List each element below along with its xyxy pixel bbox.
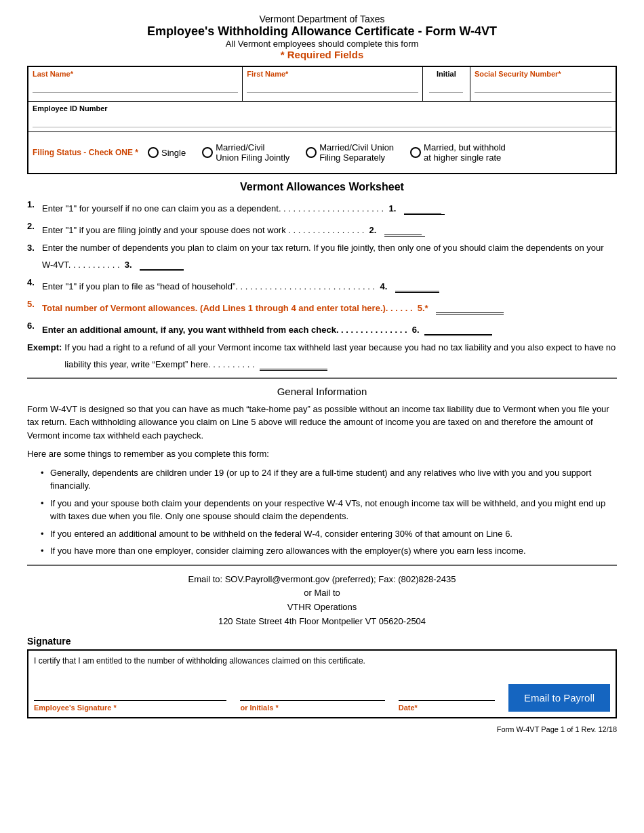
first-name-label: First Name* — [247, 70, 418, 78]
item1-num: 1. — [27, 199, 42, 211]
first-name-cell: First Name* — [243, 67, 423, 101]
item2-label: 2. — [369, 225, 377, 235]
name-row: Last Name* First Name* Initial Social Se… — [28, 67, 616, 102]
top-fields-table: Last Name* First Name* Initial Social Se… — [27, 66, 617, 174]
filing-higher-option[interactable]: Married, but withholdat higher single ra… — [410, 142, 506, 163]
exempt-row: Exempt: If you had a right to a refund o… — [27, 342, 617, 370]
worksheet-title: Vermont Allowances Worksheet — [27, 181, 617, 193]
item2-text: Enter "1" if you are filing jointly and … — [42, 220, 617, 237]
worksheet-item-3: 3. Enter the number of dependents you pl… — [27, 242, 617, 270]
filing-status-label: Filing Status - Check ONE * — [33, 148, 138, 157]
item3-num: 3. — [27, 242, 42, 254]
date-label: Date* — [399, 704, 495, 712]
item1-answer[interactable] — [404, 199, 445, 215]
filing-single-option[interactable]: Single — [148, 147, 186, 158]
required-fields-label: * Required Fields — [27, 49, 617, 60]
item1-label: 1. — [388, 203, 396, 214]
employee-id-input[interactable] — [33, 117, 611, 127]
filing-jointly-option[interactable]: Married/CivilUnion Filing Jointly — [202, 142, 289, 163]
item4-answer[interactable] — [395, 277, 439, 293]
filing-separately-option[interactable]: Married/Civil UnionFiling Separately — [306, 142, 394, 163]
item1-input[interactable] — [404, 203, 441, 214]
contact-line4: 120 State Street 4th Floor Montpelier VT… — [27, 615, 617, 629]
last-name-cell: Last Name* — [28, 67, 243, 101]
item5-input[interactable] — [436, 302, 504, 313]
exempt-answer[interactable] — [260, 354, 327, 371]
contact-divider — [27, 565, 617, 566]
initial-input[interactable] — [429, 82, 463, 93]
item3-input[interactable] — [140, 259, 184, 270]
separately-radio[interactable] — [306, 147, 317, 158]
exempt-input[interactable] — [260, 359, 327, 369]
last-name-input[interactable] — [33, 82, 238, 93]
form-title: Employee's Withholding Allowance Certifi… — [27, 24, 617, 39]
initials-label: or Initials * — [240, 704, 384, 712]
employee-signature-input[interactable] — [34, 680, 226, 701]
item1-text: Enter "1" for yourself if no one can cla… — [42, 199, 617, 215]
page-footer: Form W-4VT Page 1 of 1 Rev. 12/18 — [27, 725, 617, 733]
subtitle: All Vermont employees should complete th… — [27, 39, 617, 49]
jointly-radio[interactable] — [202, 147, 213, 158]
item6-answer[interactable] — [424, 320, 492, 336]
bullet-item-4: If you have more than one employer, cons… — [41, 544, 617, 558]
first-name-input[interactable] — [247, 82, 418, 93]
contact-info: Email to: SOV.Payroll@vermont.gov (prefe… — [27, 573, 617, 629]
worksheet-section: Vermont Allowances Worksheet 1. Enter "1… — [27, 181, 617, 371]
certify-text: I certify that I am entitled to the numb… — [34, 656, 610, 666]
item2-input[interactable] — [384, 224, 422, 235]
signature-section: Signature I certify that I am entitled t… — [27, 636, 617, 718]
initials-input[interactable] — [240, 680, 384, 701]
item5-text: Total number of Vermont allowances. (Add… — [42, 298, 617, 314]
item5-answer[interactable] — [436, 298, 504, 314]
worksheet-item-5: 5. Total number of Vermont allowances. (… — [27, 298, 617, 314]
single-label: Single — [161, 148, 186, 158]
item3-label: 3. — [125, 260, 132, 270]
general-info-para2: Here are some things to remember as you … — [27, 447, 617, 461]
date-input[interactable] — [399, 680, 495, 701]
separately-label: Married/Civil UnionFiling Separately — [319, 142, 394, 163]
initial-label: Initial — [427, 70, 466, 78]
higher-radio[interactable] — [410, 147, 421, 158]
initials-field: or Initials * — [240, 676, 384, 712]
ssn-cell: Social Security Number* — [470, 67, 616, 101]
dept-name: Vermont Department of Taxes — [27, 14, 617, 24]
ssn-label: Social Security Number* — [475, 70, 611, 78]
footer-text: Form W-4VT Page 1 of 1 Rev. 12/18 — [497, 725, 617, 733]
item6-text: Enter an additional amount, if any, you … — [42, 320, 617, 336]
general-info-title: General Information — [27, 386, 617, 397]
employee-signature-field: Employee's Signature * — [34, 676, 226, 712]
item6-input[interactable] — [424, 324, 492, 335]
bullet-item-1: Generally, dependents are children under… — [41, 466, 617, 493]
item2-num: 2. — [27, 220, 42, 232]
item5-label: 5.* — [418, 303, 428, 313]
item4-input[interactable] — [395, 281, 439, 291]
bullet-item-3: If you entered an additional amount to b… — [41, 527, 617, 541]
item5-num: 5. — [27, 298, 42, 310]
signature-box: I certify that I am entitled to the numb… — [27, 649, 617, 718]
worksheet-item-6: 6. Enter an additional amount, if any, y… — [27, 320, 617, 336]
email-payroll-container: Email to Payroll — [508, 684, 610, 712]
higher-label: Married, but withholdat higher single ra… — [424, 142, 506, 163]
initial-cell: Initial — [423, 67, 470, 101]
item4-label: 4. — [380, 281, 387, 291]
last-name-label: Last Name* — [33, 70, 238, 78]
item6-num: 6. — [27, 320, 42, 332]
item2-answer[interactable] — [384, 220, 425, 237]
ssn-input[interactable] — [475, 82, 611, 93]
worksheet-item-1: 1. Enter "1" for yourself if no one can … — [27, 199, 617, 215]
general-info-para1: Form W-4VT is designed so that you can h… — [27, 403, 617, 443]
single-radio[interactable] — [148, 147, 159, 158]
employee-id-row: Employee ID Number — [28, 102, 616, 132]
item4-num: 4. — [27, 277, 42, 289]
section-divider — [27, 378, 617, 379]
worksheet-item-4: 4. Enter "1" if you plan to file as “hea… — [27, 277, 617, 293]
email-payroll-button[interactable]: Email to Payroll — [508, 684, 610, 712]
emp-sig-label: Employee's Signature * — [34, 704, 226, 712]
bullet-list: Generally, dependents are children under… — [27, 466, 617, 558]
general-info-section: General Information Form W-4VT is design… — [27, 386, 617, 558]
exempt-text: If you had a right to a refund of all yo… — [64, 342, 617, 370]
worksheet-item-2: 2. Enter "1" if you are filing jointly a… — [27, 220, 617, 237]
contact-line2: or Mail to — [27, 586, 617, 601]
date-field: Date* — [399, 676, 495, 712]
item3-answer[interactable] — [140, 255, 184, 271]
